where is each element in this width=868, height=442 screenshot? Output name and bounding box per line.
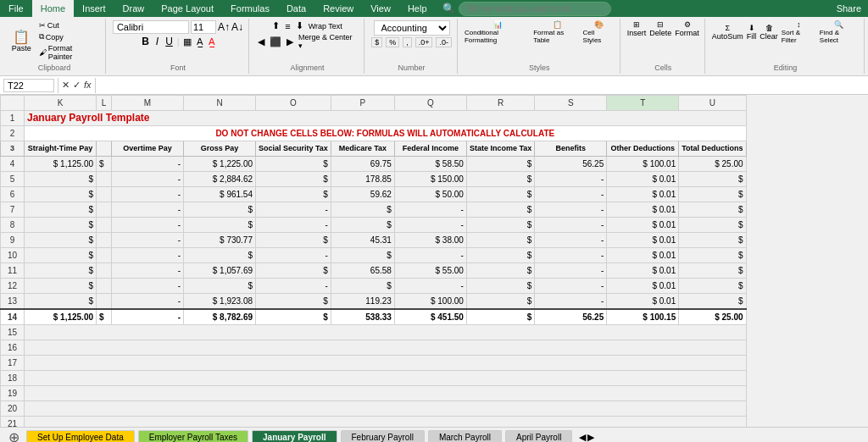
tab-insert[interactable]: Insert xyxy=(74,0,114,17)
cell-u6-other[interactable]: $ xyxy=(679,187,746,202)
search-input[interactable] xyxy=(459,2,611,16)
col-q[interactable]: Q xyxy=(394,96,466,111)
cell-q13[interactable]: $ 100.00 xyxy=(394,294,466,310)
formula-input[interactable] xyxy=(99,80,865,91)
cell-l9[interactable] xyxy=(97,233,112,248)
cell-m6[interactable]: - xyxy=(112,187,184,202)
cell-o5[interactable]: $ xyxy=(256,172,331,187)
cell-l8[interactable] xyxy=(97,218,112,233)
align-left-button[interactable]: ◀ xyxy=(256,36,266,47)
cell-m11[interactable]: - xyxy=(112,263,184,279)
cell-n6[interactable]: $ 961.54 xyxy=(184,187,256,202)
cut-button[interactable]: ✂ Cut xyxy=(36,20,100,30)
cell-p13[interactable]: 119.23 xyxy=(331,294,394,310)
col-k[interactable]: K xyxy=(25,96,97,111)
insert-button[interactable]: ⊞ Insert xyxy=(627,20,647,37)
row-4-header[interactable]: 4 xyxy=(1,157,25,172)
cell-r9[interactable]: $ xyxy=(466,233,534,248)
cell-l7[interactable] xyxy=(97,202,112,218)
cell-r6[interactable]: $ xyxy=(466,187,534,202)
cell-n5[interactable]: $ 2,884.62 xyxy=(184,172,256,187)
cell-p8[interactable]: $ xyxy=(331,218,394,233)
cell-k12[interactable]: $ xyxy=(25,279,97,294)
italic-button[interactable]: I xyxy=(153,36,161,47)
cell-r10[interactable]: $ xyxy=(466,248,534,263)
cell-s13[interactable]: - xyxy=(535,294,607,310)
cell-t5[interactable]: $ 0.01 xyxy=(607,172,679,187)
row-21[interactable]: 21 xyxy=(1,417,25,428)
font-color-button[interactable]: A̲ xyxy=(207,36,217,47)
cell-n10[interactable]: $ xyxy=(184,248,256,263)
find-select-button[interactable]: 🔍 Find & Select xyxy=(820,20,859,44)
row-1-header[interactable]: 1 xyxy=(1,111,25,126)
cell-m9[interactable]: - xyxy=(112,233,184,248)
tab-february-payroll[interactable]: February Payroll xyxy=(341,430,425,442)
tab-employer-payroll[interactable]: Employer Payroll Taxes xyxy=(138,430,248,442)
cell-l6[interactable] xyxy=(97,187,112,202)
cell-s4[interactable]: 56.25 xyxy=(535,157,607,172)
tab-home[interactable]: Home xyxy=(32,0,74,17)
cell-s9[interactable]: - xyxy=(535,233,607,248)
tab-formulas[interactable]: Formulas xyxy=(222,0,278,17)
cell-r8[interactable]: $ xyxy=(466,218,534,233)
cell-o8[interactable]: - xyxy=(256,218,331,233)
cell-o13[interactable]: $ xyxy=(256,294,331,310)
col-t[interactable]: T xyxy=(607,96,679,111)
cell-t4[interactable]: $ 100.01 xyxy=(607,157,679,172)
row-5-header[interactable]: 5 xyxy=(1,172,25,187)
cell-u11-other[interactable]: $ xyxy=(679,263,746,279)
cell-l5[interactable] xyxy=(97,172,112,187)
border-button[interactable]: ▦ xyxy=(181,36,193,47)
cell-r5[interactable]: $ xyxy=(466,172,534,187)
align-bottom-button[interactable]: ⬇ xyxy=(294,20,305,31)
cell-m5[interactable]: - xyxy=(112,172,184,187)
underline-button[interactable]: U xyxy=(163,36,175,47)
tab-file[interactable]: File xyxy=(0,0,32,17)
cell-styles-button[interactable]: 🎨 Cell Styles xyxy=(583,20,615,44)
clear-button[interactable]: 🗑 Clear xyxy=(760,24,778,41)
cell-o4[interactable]: $ xyxy=(256,157,331,172)
cell-r7[interactable]: $ xyxy=(466,202,534,218)
font-size-input[interactable] xyxy=(191,20,216,34)
conditional-formatting-button[interactable]: 📊 Conditional Formatting xyxy=(465,20,531,44)
row-13-header[interactable]: 13 xyxy=(1,294,25,310)
cell-t10[interactable]: $ 0.01 xyxy=(607,248,679,263)
cell-l11[interactable] xyxy=(97,263,112,279)
row-6-header[interactable]: 6 xyxy=(1,187,25,202)
increase-font-button[interactable]: A↑ xyxy=(218,21,230,33)
cell-s8[interactable]: - xyxy=(535,218,607,233)
row-3-header[interactable]: 3 xyxy=(1,141,25,157)
percent-button[interactable]: % xyxy=(386,37,399,47)
row-10-header[interactable]: 10 xyxy=(1,248,25,263)
sheet-area[interactable]: K L M N O P Q R S T U 1 January Payroll xyxy=(0,95,868,427)
cell-t9[interactable]: $ 0.01 xyxy=(607,233,679,248)
cell-q11[interactable]: $ 55.00 xyxy=(394,263,466,279)
cell-p4[interactable]: 69.75 xyxy=(331,157,394,172)
tab-page-layout[interactable]: Page Layout xyxy=(153,0,222,17)
cell-t12[interactable]: $ 0.01 xyxy=(607,279,679,294)
cell-m7[interactable]: - xyxy=(112,202,184,218)
cell-q9[interactable]: $ 38.00 xyxy=(394,233,466,248)
cell-r14[interactable]: $ xyxy=(466,309,534,325)
col-r[interactable]: R xyxy=(466,96,534,111)
row-12-header[interactable]: 12 xyxy=(1,279,25,294)
cell-m10[interactable]: - xyxy=(112,248,184,263)
cell-s5[interactable]: - xyxy=(535,172,607,187)
cell-q5[interactable]: $ 150.00 xyxy=(394,172,466,187)
cell-l13[interactable] xyxy=(97,294,112,310)
cell-o6[interactable]: $ xyxy=(256,187,331,202)
sort-filter-button[interactable]: ↕ Sort & Filter xyxy=(782,20,816,44)
cell-p9[interactable]: 45.31 xyxy=(331,233,394,248)
cell-u12-other[interactable]: $ xyxy=(679,279,746,294)
cell-s10[interactable]: - xyxy=(535,248,607,263)
row-20[interactable]: 20 xyxy=(1,401,25,417)
comma-button[interactable]: , xyxy=(403,37,412,47)
cell-r4[interactable]: $ xyxy=(466,157,534,172)
title-cell[interactable]: January Payroll Template xyxy=(25,111,747,126)
cell-s12[interactable]: - xyxy=(535,279,607,294)
row-7-header[interactable]: 7 xyxy=(1,202,25,218)
col-n[interactable]: N xyxy=(184,96,256,111)
row-15[interactable]: 15 xyxy=(1,325,25,340)
cell-k14[interactable]: $ 1,125.00 xyxy=(25,309,97,325)
tab-april-payroll[interactable]: April Payroll xyxy=(505,430,572,442)
